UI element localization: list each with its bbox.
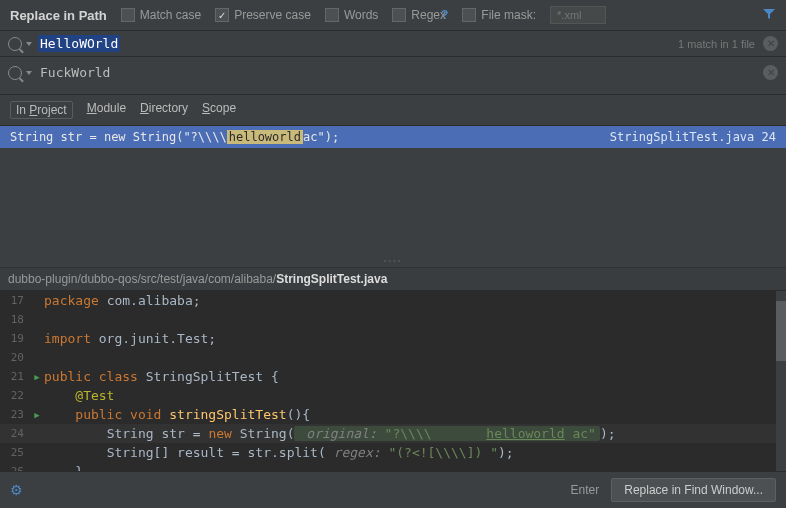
- tab-scope[interactable]: Scope: [202, 101, 236, 119]
- history-dropdown-icon[interactable]: [26, 71, 32, 75]
- filter-icon[interactable]: [762, 7, 776, 24]
- enter-hint: Enter: [571, 483, 600, 497]
- run-gutter-icon[interactable]: ▶: [30, 410, 44, 420]
- breadcrumb-path: dubbo-plugin/dubbo-qos/src/test/java/com…: [8, 272, 276, 286]
- dialog-footer: ⚙ Enter Replace in Find Window...: [0, 471, 786, 508]
- preserve-case-checkbox[interactable]: Preserve case: [215, 8, 311, 22]
- match-count: 1 match in 1 file: [678, 38, 755, 50]
- dialog-title: Replace in Path: [10, 8, 107, 23]
- line-number: 18: [0, 313, 30, 326]
- line-number: 21: [0, 370, 30, 383]
- replace-input[interactable]: [38, 61, 763, 84]
- breadcrumb: dubbo-plugin/dubbo-qos/src/test/java/com…: [0, 268, 786, 291]
- line-number: 19: [0, 332, 30, 345]
- result-match: helloworld: [227, 130, 303, 144]
- replace-row: ✕: [0, 57, 786, 95]
- replace-in-find-window-button[interactable]: Replace in Find Window...: [611, 478, 776, 502]
- breadcrumb-file: StringSplitTest.java: [276, 272, 387, 286]
- result-file: StringSplitTest.java 24: [610, 130, 776, 144]
- line-number: 24: [0, 427, 30, 440]
- line-number: 22: [0, 389, 30, 402]
- clear-find-icon[interactable]: ✕: [763, 36, 778, 51]
- filemask-input[interactable]: [550, 6, 606, 24]
- results-empty-area: ••••: [0, 148, 786, 268]
- history-dropdown-icon[interactable]: [26, 42, 32, 46]
- find-row: HelloWOrld 1 match in 1 file ✕: [0, 31, 786, 57]
- search-icon: [8, 37, 22, 51]
- line-number: 17: [0, 294, 30, 307]
- words-checkbox[interactable]: Words: [325, 8, 378, 22]
- line-number: 20: [0, 351, 30, 364]
- words-label: Words: [344, 8, 378, 22]
- gear-icon[interactable]: ⚙: [10, 482, 23, 498]
- find-input[interactable]: HelloWOrld: [38, 35, 120, 52]
- match-case-label: Match case: [140, 8, 201, 22]
- result-row[interactable]: String str = new String("?\\\\ helloworl…: [0, 126, 786, 148]
- dialog-header: Replace in Path Match case Preserve case…: [0, 0, 786, 31]
- regex-help-icon[interactable]: ?: [441, 8, 448, 22]
- search-icon: [8, 66, 22, 80]
- line-number: 25: [0, 446, 30, 459]
- regex-checkbox[interactable]: Regex?: [392, 8, 448, 22]
- result-suffix: ac");: [303, 130, 339, 144]
- clear-replace-icon[interactable]: ✕: [763, 65, 778, 80]
- line-number: 23: [0, 408, 30, 421]
- code-editor[interactable]: 17package com.alibaba; 18 19import org.j…: [0, 291, 786, 481]
- tab-directory[interactable]: Directory: [140, 101, 188, 119]
- tab-module[interactable]: Module: [87, 101, 126, 119]
- filemask-checkbox[interactable]: File mask:: [462, 8, 536, 22]
- filemask-label: File mask:: [481, 8, 536, 22]
- match-case-checkbox[interactable]: Match case: [121, 8, 201, 22]
- preserve-case-label: Preserve case: [234, 8, 311, 22]
- scope-tabs: In Project Module Directory Scope: [0, 95, 786, 126]
- result-prefix: String str = new String("?\\\\: [10, 130, 227, 144]
- editor-scrollbar[interactable]: [776, 291, 786, 481]
- run-gutter-icon[interactable]: ▶: [30, 372, 44, 382]
- tab-in-project[interactable]: In Project: [10, 101, 73, 119]
- scrollbar-thumb[interactable]: [776, 301, 786, 361]
- resize-handle-icon[interactable]: ••••: [383, 256, 402, 265]
